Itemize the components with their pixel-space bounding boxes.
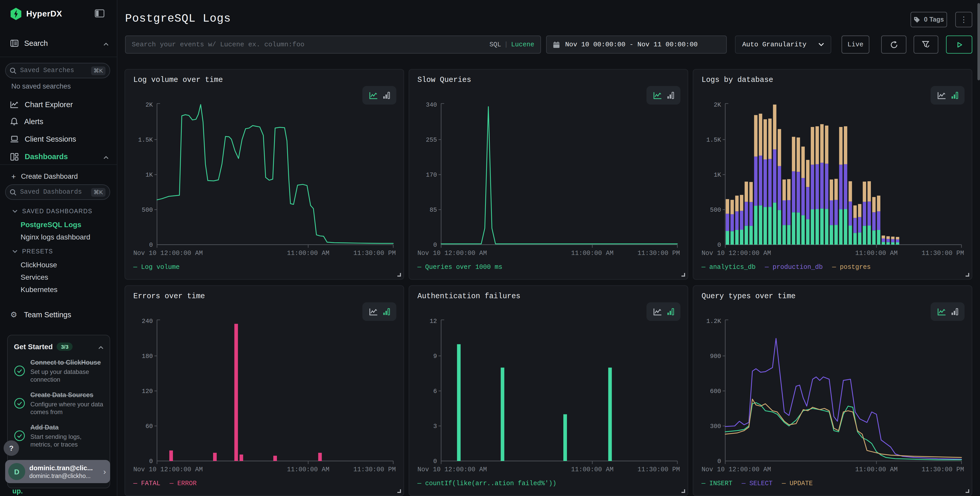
bell-icon (10, 117, 18, 126)
mode-divider: | (501, 41, 511, 48)
sidebar-item-client-sessions[interactable]: Client Sessions (10, 132, 108, 146)
hyperdx-logo-icon (10, 8, 22, 20)
chart-plot: 03006009001.2KNov 10 12:00:00 AM11:00:00… (702, 313, 964, 474)
sidebar-item-team-settings[interactable]: ⚙ Team Settings (10, 310, 71, 319)
chart-legend: — countIf(like(arr..ation failed%')) (417, 480, 557, 487)
svg-text:1K: 1K (145, 172, 153, 179)
get-started-item-title: Create Data Sources (30, 391, 103, 399)
sidebar-item-dashboards[interactable]: Dashboards (10, 150, 108, 163)
tags-label: 0 Tags (924, 16, 944, 23)
dashboards-icon (10, 153, 19, 160)
chart-panel-errors-over-time: Errors over time 060120180240Nov 10 12:0… (124, 285, 404, 496)
sidebar-item-clickhouse[interactable]: ClickHouse (21, 261, 57, 269)
presets-header[interactable]: PRESETS (12, 248, 53, 254)
chart-legend: — INSERT— SELECT— UPDATE (702, 480, 813, 487)
granularity-select[interactable]: Auto Granularity (735, 35, 831, 54)
chart-title: Query types over time (702, 292, 795, 300)
chevron-down-icon (818, 43, 824, 46)
sql-mode-toggle[interactable]: SQL (490, 41, 501, 48)
team-settings-label: Team Settings (24, 311, 71, 319)
resize-handle[interactable] (397, 489, 401, 493)
help-button[interactable]: ? (3, 440, 19, 456)
chart-panel-query-types: Query types over time 03006009001.2KNov … (693, 285, 972, 496)
chevron-up-icon[interactable] (98, 342, 103, 351)
live-button[interactable]: Live (842, 35, 869, 54)
scrollbar[interactable] (977, 0, 980, 496)
run-query-button[interactable] (946, 35, 972, 54)
nav-label: Client Sessions (25, 135, 76, 143)
sidebar-item-alerts[interactable]: Alerts (10, 115, 108, 128)
event-search-input[interactable]: Search your events w/ Lucene ex. column:… (125, 35, 541, 54)
sidebar-item-kubernetes[interactable]: Kubernetes (21, 285, 57, 293)
svg-text:3: 3 (433, 423, 437, 430)
user-menu[interactable]: D dominic.tran@clic... dominic.tran@clic… (5, 460, 110, 483)
search-section-icon (10, 40, 19, 47)
granularity-value: Auto Granularity (742, 41, 807, 48)
resize-handle[interactable] (966, 489, 969, 493)
legend-item: — FATAL (133, 480, 160, 487)
chevron-up-icon[interactable] (103, 39, 108, 47)
nav-label: Alerts (24, 117, 43, 126)
get-started-progress-badge: 3/3 (57, 343, 73, 351)
saved-dashboards-input[interactable]: Saved Dashboards ⌘K (5, 184, 110, 200)
chevron-up-icon[interactable] (103, 153, 108, 161)
date-range-input[interactable]: Nov 10 00:00:00 - Nov 11 00:00:00 (546, 35, 727, 54)
saved-dashboards-header[interactable]: SAVED DASHBOARDS (12, 208, 92, 214)
legend-item: — postgres (832, 264, 870, 271)
resize-handle[interactable] (681, 489, 685, 493)
scrollbar-thumb[interactable] (977, 3, 980, 80)
svg-text:300: 300 (710, 423, 721, 430)
brand[interactable]: HyperDX (10, 8, 62, 20)
get-started-item-title: Connect to ClickHouse (30, 359, 103, 367)
create-dashboard-label: Create Dashboard (21, 172, 78, 180)
chart-panel-slow-queries: Slow Queries 085170255340Nov 10 12:00:00… (409, 69, 688, 280)
chevron-down-icon (12, 250, 18, 253)
resize-handle[interactable] (681, 273, 685, 277)
svg-text:0: 0 (718, 458, 721, 465)
sidebar-item-services[interactable]: Services (21, 273, 48, 281)
gear-icon: ⚙ (10, 310, 17, 319)
resize-handle[interactable] (966, 273, 969, 277)
chart-title: Logs by database (702, 76, 773, 84)
svg-text:120: 120 (142, 388, 153, 395)
get-started-item-desc: Start sending logs, metrics, or traces (30, 433, 103, 449)
user-email: dominic.tran@clickho... (29, 472, 93, 479)
sidebar-item-postgresql-logs[interactable]: PostgreSQL Logs (21, 220, 81, 229)
brand-name: HyperDX (26, 9, 62, 19)
legend-item: — countIf(like(arr..ation failed%')) (417, 480, 557, 487)
svg-text:11:30:00 PM: 11:30:00 PM (921, 466, 964, 473)
get-started-item[interactable]: Create Data Sources Configure where your… (14, 391, 103, 416)
sidebar: HyperDX Search Saved Searches ⌘K No save… (0, 0, 117, 496)
legend-item: — production_db (765, 264, 823, 271)
resize-handle[interactable] (397, 273, 401, 277)
get-started-item[interactable]: Add Data Start sending logs, metrics, or… (14, 424, 103, 449)
chart-panel-log-volume: Log volume over time 05001K1.5K2KNov 10 … (124, 69, 404, 280)
more-menu-button[interactable]: ⋮ (955, 12, 972, 27)
svg-text:60: 60 (145, 423, 153, 430)
svg-text:9: 9 (433, 353, 437, 360)
laptop-icon (10, 136, 19, 143)
get-started-title: Get Started (14, 343, 53, 351)
svg-text:255: 255 (426, 137, 437, 144)
sidebar-item-chart-explorer[interactable]: Chart Explorer (10, 98, 108, 111)
sidebar-collapse-icon[interactable] (95, 9, 105, 19)
lucene-mode-toggle[interactable]: Lucene (511, 41, 534, 48)
sidebar-item-nginx-logs-dashboard[interactable]: Nginx logs dashboard (21, 233, 90, 241)
saved-searches-input[interactable]: Saved Searches ⌘K (5, 63, 110, 78)
svg-text:0: 0 (433, 458, 437, 465)
filter-button[interactable] (913, 35, 938, 54)
chart-title: Log volume over time (133, 76, 223, 84)
svg-text:340: 340 (426, 102, 437, 108)
chart-title: Errors over time (133, 292, 205, 300)
svg-text:11:00:00 AM: 11:00:00 AM (855, 466, 898, 473)
get-started-item[interactable]: Connect to ClickHouse Set up your databa… (14, 359, 103, 384)
tags-button[interactable]: 0 Tags (910, 12, 947, 27)
sidebar-item-search[interactable]: Search (10, 39, 108, 47)
svg-text:500: 500 (142, 207, 153, 214)
svg-text:11:00:00 AM: 11:00:00 AM (287, 250, 329, 257)
refresh-button[interactable] (881, 35, 907, 54)
svg-text:1K: 1K (714, 172, 721, 179)
svg-text:1.5K: 1.5K (138, 137, 153, 144)
chart-title: Slow Queries (417, 76, 471, 84)
create-dashboard-button[interactable]: + Create Dashboard (11, 172, 78, 181)
